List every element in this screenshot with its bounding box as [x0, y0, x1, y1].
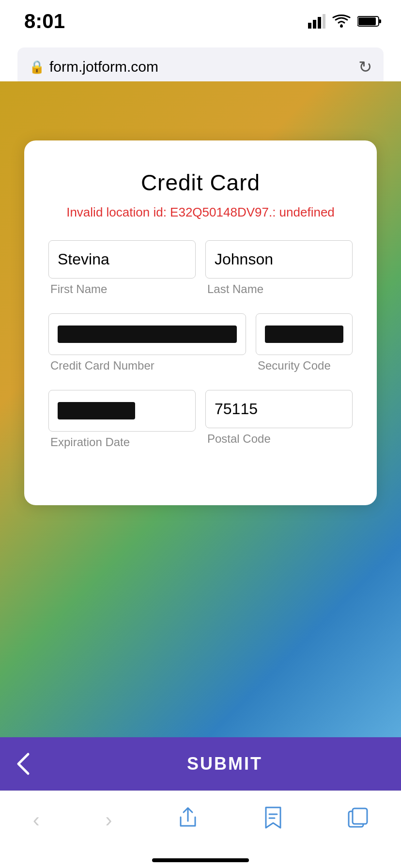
lock-icon: 🔒	[29, 60, 45, 75]
reload-button[interactable]: ↻	[358, 57, 372, 77]
svg-rect-7	[358, 17, 376, 25]
last-name-input[interactable]	[205, 240, 353, 279]
bottom-bar: SUBMIT	[0, 737, 401, 790]
card-number-label: Credit Card Number	[48, 359, 246, 372]
first-name-label: First Name	[48, 282, 196, 296]
svg-rect-0	[308, 23, 311, 29]
browser-nav: ‹ ›	[0, 790, 401, 849]
signal-icon	[308, 14, 325, 29]
security-code-group: Security Code	[256, 313, 353, 372]
last-name-label: Last Name	[205, 282, 353, 296]
back-button[interactable]	[0, 752, 48, 776]
svg-point-4	[340, 25, 343, 28]
postal-code-label: Postal Code	[205, 432, 353, 446]
card-number-redacted	[58, 326, 237, 343]
browser-forward-button[interactable]: ›	[105, 808, 112, 832]
security-code-input[interactable]	[256, 313, 353, 355]
card-number-group: Credit Card Number	[48, 313, 246, 372]
bookmark-icon	[264, 806, 282, 829]
url-text: form.jotform.com	[49, 59, 158, 75]
browser-back-button[interactable]: ‹	[33, 808, 40, 832]
expiration-redacted	[58, 402, 135, 419]
first-name-input[interactable]	[48, 240, 196, 279]
card-number-input[interactable]	[48, 313, 246, 355]
svg-rect-1	[313, 20, 316, 29]
svg-rect-6	[379, 19, 381, 23]
browser-tabs-button[interactable]	[348, 807, 368, 833]
status-bar: 8:01	[0, 0, 401, 43]
address-bar-center: 🔒 form.jotform.com	[29, 59, 158, 75]
battery-icon	[357, 15, 382, 28]
error-message: Invalid location id: E32Q50148DV97.: und…	[48, 203, 353, 221]
postal-code-input[interactable]	[205, 390, 353, 428]
home-indicator	[152, 858, 249, 862]
svg-rect-11	[353, 808, 367, 824]
last-name-group: Last Name	[205, 240, 353, 296]
wifi-icon	[332, 15, 351, 28]
status-icons	[308, 14, 382, 29]
back-arrow-icon	[15, 752, 34, 776]
postal-code-group: Postal Code	[205, 390, 353, 449]
first-name-group: First Name	[48, 240, 196, 296]
address-bar[interactable]: 🔒 form.jotform.com ↻	[17, 47, 384, 86]
share-icon	[178, 806, 198, 829]
status-time: 8:01	[24, 10, 65, 33]
expiration-label: Expiration Date	[48, 435, 196, 449]
browser-bookmark-button[interactable]	[264, 806, 282, 834]
expiration-group: Expiration Date	[48, 390, 196, 449]
card-row: Credit Card Number Security Code	[48, 313, 353, 372]
submit-button[interactable]: SUBMIT	[48, 754, 401, 774]
expiration-input[interactable]	[48, 390, 196, 432]
form-title: Credit Card	[48, 170, 353, 196]
svg-rect-3	[323, 14, 325, 29]
form-card: Credit Card Invalid location id: E32Q501…	[24, 140, 377, 505]
browser-share-button[interactable]	[178, 806, 198, 834]
name-row: First Name Last Name	[48, 240, 353, 296]
exp-postal-row: Expiration Date Postal Code	[48, 390, 353, 449]
svg-rect-2	[318, 17, 321, 29]
tabs-icon	[348, 807, 368, 828]
security-code-label: Security Code	[256, 359, 353, 372]
security-code-redacted	[265, 326, 343, 343]
